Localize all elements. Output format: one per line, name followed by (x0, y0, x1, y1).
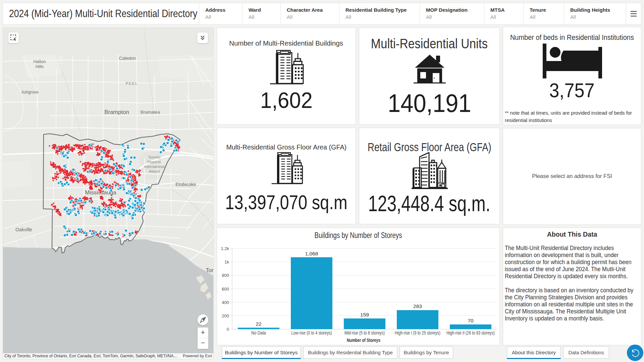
svg-text:Bramalea: Bramalea (141, 110, 160, 115)
svg-text:159: 159 (360, 312, 369, 317)
svg-text:Mississauga: Mississauga (85, 189, 116, 196)
svg-text:International: International (144, 165, 165, 169)
svg-text:Low-rise (0 to 4 storeys): Low-rise (0 to 4 storeys) (291, 330, 332, 336)
svg-text:Pearson: Pearson (148, 160, 161, 164)
svg-text:Etobicoke: Etobicoke (175, 182, 196, 187)
svg-text:Caledon: Caledon (119, 56, 136, 61)
svg-text:Toro: Toro (206, 267, 214, 274)
svg-text:High-rise I (9 to 25 storeys): High-rise I (9 to 25 storeys) (395, 330, 440, 336)
svg-text:200: 200 (222, 313, 229, 318)
svg-text:400: 400 (222, 300, 229, 305)
svg-text:Number of Storeys: Number of Storeys (347, 338, 380, 343)
svg-text:No Data: No Data (251, 330, 266, 336)
svg-text:PEEL: PEEL (126, 81, 138, 85)
svg-text:1,068: 1,068 (305, 251, 318, 256)
svg-text:Ashgrove: Ashgrove (21, 90, 39, 95)
svg-text:1k: 1k (224, 259, 229, 264)
svg-text:Toronto: Toronto (148, 155, 161, 159)
svg-text:0: 0 (227, 327, 229, 332)
svg-text:1.2k: 1.2k (221, 246, 229, 251)
svg-text:High-rise II (26 to 83 storeys: High-rise II (26 to 83 storeys) (446, 330, 495, 336)
svg-text:600: 600 (222, 287, 229, 292)
svg-text:Mid-rise (5 to 8 storeys): Mid-rise (5 to 8 storeys) (344, 330, 385, 336)
svg-text:22: 22 (256, 321, 261, 327)
svg-text:Hills: Hills (36, 64, 44, 69)
svg-text:283: 283 (413, 303, 422, 309)
svg-text:Airport: Airport (149, 169, 160, 173)
svg-text:Oakville: Oakville (15, 227, 32, 232)
svg-text:800: 800 (222, 273, 229, 278)
svg-text:Brampton: Brampton (104, 109, 129, 115)
svg-text:70: 70 (468, 318, 474, 323)
svg-text:Halton: Halton (33, 59, 46, 64)
